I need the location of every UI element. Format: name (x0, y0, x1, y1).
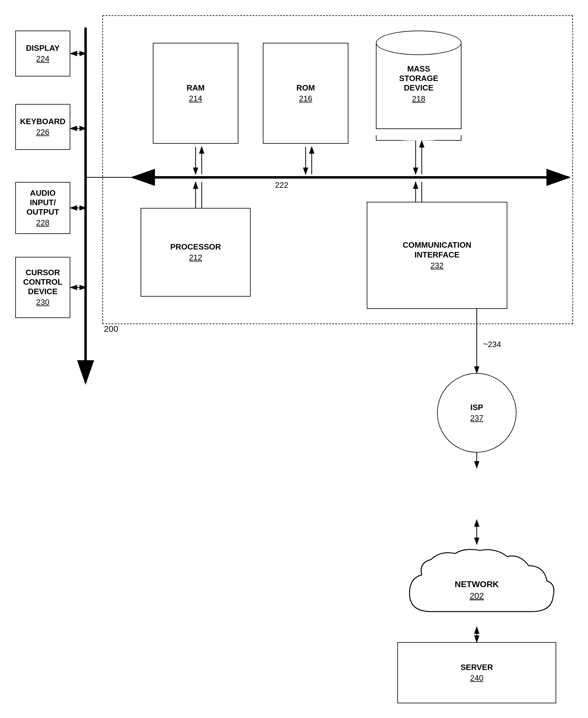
processor-box: PROCESSOR 212 (141, 208, 251, 296)
display-box: DISPLAY 224 (15, 30, 70, 77)
network-cloud: NETWORK 202 (385, 544, 568, 630)
audio-box: AUDIO INPUT/ OUTPUT 228 (15, 182, 70, 234)
keyboard-box: KEYBOARD 226 (15, 104, 70, 150)
cursor-box: CURSOR CONTROL DEVICE 230 (15, 257, 70, 318)
mass-storage-box: MASS STORAGE DEVICE 218 (376, 30, 461, 141)
bus-label: 222 (275, 180, 288, 190)
isp-circle: ISP 237 (437, 373, 517, 453)
svg-text:NETWORK: NETWORK (455, 579, 499, 589)
ram-box: RAM 214 (153, 43, 238, 144)
rom-box: ROM 216 (263, 43, 349, 144)
svg-text:202: 202 (470, 591, 484, 600)
server-box: SERVER 240 (397, 642, 556, 703)
comm-interface-box: COMMUNICATION INTERFACE 232 (367, 202, 507, 309)
line234-label: ~234 (483, 340, 501, 349)
computer-label: 200 (104, 324, 118, 334)
diagram: 200 222 ~234 DISPLAY 224 KEYBOARD 226 AU… (0, 0, 588, 718)
